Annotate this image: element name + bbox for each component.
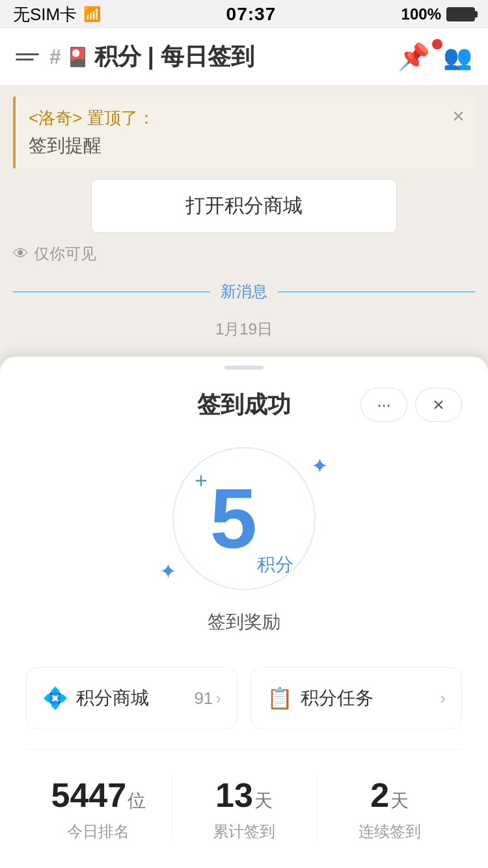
points-plus: +	[195, 468, 208, 493]
open-mall-button[interactable]: 打开积分商城	[91, 179, 397, 233]
menu-icon[interactable]	[16, 53, 39, 61]
close-button[interactable]: ×	[415, 388, 462, 422]
stat-streak-label: 连续签到	[359, 821, 421, 842]
date-label: 1月19日	[0, 308, 488, 345]
task-chevron-icon: ›	[440, 688, 446, 709]
mall-card-left: 💠 积分商城	[42, 686, 149, 711]
visibility-text: 仅你可见	[34, 243, 96, 264]
reward-label: 签到奖励	[208, 610, 280, 634]
task-card[interactable]: 📋 积分任务 ›	[251, 667, 462, 729]
stat-total: 13天 累计签到	[171, 776, 317, 842]
points-unit: 积分	[257, 552, 293, 577]
sheet-actions: ··· ×	[360, 388, 462, 422]
battery-percent: 100%	[401, 5, 441, 23]
carrier-text: 无SIM卡	[13, 3, 77, 26]
sparkle-icon-1: ✦	[311, 454, 329, 478]
pinned-label: <洛奇> 置顶了：	[29, 107, 444, 129]
stat-total-value: 13天	[215, 776, 273, 815]
visibility-row: 👁 仅你可见	[0, 243, 488, 275]
wifi-icon: 📶	[83, 6, 101, 23]
stat-rank: 5447位 今日排名	[26, 776, 171, 842]
status-carrier-wifi: 无SIM卡 📶	[13, 3, 101, 26]
stat-rank-value: 5447位	[51, 776, 146, 815]
task-card-left: 📋 积分任务	[267, 686, 373, 711]
pinned-content: 签到提醒	[29, 133, 444, 158]
more-button[interactable]: ···	[360, 388, 407, 422]
page-title: # 🎴 积分 | 每日签到	[49, 41, 254, 73]
stat-streak: 2天 连续签到	[316, 776, 462, 842]
mall-card-label: 积分商城	[76, 686, 149, 711]
chat-background: <洛奇> 置顶了： 签到提醒 × 打开积分商城 👁 仅你可见 新消息 1月19日	[0, 96, 488, 345]
mall-chevron-icon: ›	[215, 688, 221, 709]
cards-row: 💠 积分商城 91 › 📋 积分任务 ›	[0, 647, 488, 729]
new-message-divider: 新消息	[0, 275, 488, 308]
nav-left: # 🎴 积分 | 每日签到	[16, 41, 254, 73]
status-bar: 无SIM卡 📶 07:37 100%	[0, 0, 488, 29]
pin-icon[interactable]: 📌	[398, 42, 430, 72]
points-circle: + 5 积分	[172, 447, 316, 590]
stat-streak-value: 2天	[370, 776, 409, 815]
points-section: + 5 积分 ✦ ✦ 签到奖励	[0, 427, 488, 647]
task-card-label: 积分任务	[301, 686, 373, 711]
nav-right: 📌 👥	[398, 42, 472, 72]
hash-icon: #	[49, 45, 61, 69]
notification-dot	[432, 39, 442, 49]
nav-bar: # 🎴 积分 | 每日签到 📌 👥	[0, 29, 488, 86]
status-battery: 100%	[401, 5, 475, 23]
mall-card[interactable]: 💠 积分商城 91 ›	[26, 667, 237, 729]
divider-line-right	[278, 292, 475, 292]
task-icon: 📋	[267, 686, 293, 711]
new-msg-label: 新消息	[221, 281, 267, 302]
bottom-sheet: 签到成功 ··· × + 5 积分 ✦ ✦ 签到奖励 💠	[0, 357, 488, 868]
points-number: 5	[210, 476, 257, 561]
battery-icon	[446, 7, 475, 21]
mall-card-right: 91 ›	[194, 688, 221, 709]
profile-icon[interactable]: 👥	[443, 44, 472, 71]
stat-rank-label: 今日排名	[67, 821, 129, 842]
sparkle-icon-2: ✦	[159, 559, 177, 584]
mall-count: 91	[194, 688, 213, 709]
stats-row: 5447位 今日排名 13天 累计签到 2天 连续签到	[26, 749, 462, 842]
diamond-icon: 💠	[42, 686, 68, 711]
divider-line-left	[13, 292, 210, 292]
eye-icon: 👁	[13, 245, 29, 263]
pinned-notice: <洛奇> 置顶了： 签到提醒 ×	[13, 96, 475, 169]
status-time: 07:37	[226, 4, 277, 25]
points-circle-wrap: + 5 积分 ✦ ✦	[172, 447, 316, 590]
close-pinned-button[interactable]: ×	[452, 104, 465, 128]
sheet-header: 签到成功 ··· ×	[0, 370, 488, 427]
stat-total-label: 累计签到	[213, 821, 275, 842]
